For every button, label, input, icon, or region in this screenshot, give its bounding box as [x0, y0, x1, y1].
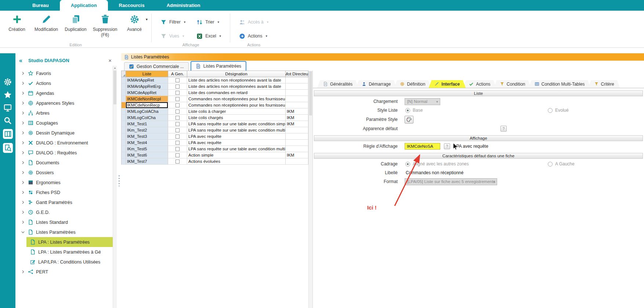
checkbox[interactable]: [176, 122, 180, 126]
column-header-designation[interactable]: Désignation: [187, 71, 286, 77]
tree-item[interactable]: Agendas: [15, 88, 117, 98]
checkbox[interactable]: [176, 103, 180, 107]
row-selector-cell[interactable]: [121, 77, 126, 83]
table-row[interactable]: IKM_Test1 LPA sans requête sur une table…: [121, 121, 308, 127]
tree-item[interactable]: Actions: [15, 78, 117, 88]
rail-module-icon[interactable]: [3, 129, 13, 139]
tree-item[interactable]: PERT: [15, 267, 117, 277]
tree-expand-icon[interactable]: [21, 130, 25, 135]
cell-mot-directeur[interactable]: [286, 146, 308, 152]
tree-expand-icon[interactable]: [21, 81, 25, 86]
cell-mot-directeur[interactable]: IKM: [286, 115, 308, 121]
cell-a-gen[interactable]: [168, 127, 187, 133]
tree-item[interactable]: LPA : Listes Paramétrées: [26, 237, 114, 247]
radio-icon[interactable]: [548, 108, 553, 113]
format-select[interactable]: [LPA/05] Liste sur fiche avec 5 enregist…: [405, 178, 497, 185]
rail-module-icon[interactable]: [3, 143, 13, 153]
cell-mot-directeur[interactable]: [286, 133, 308, 140]
cell-a-gen[interactable]: [168, 140, 187, 146]
cell-a-gen[interactable]: [168, 115, 187, 121]
table-row[interactable]: IKm_Test2 LPA sans requête sur une table…: [121, 127, 308, 133]
properties-tab[interactable]: Condition Multi-Tables: [529, 80, 591, 88]
properties-tab[interactable]: Critère: [588, 80, 620, 88]
checkbox[interactable]: [176, 91, 180, 95]
table-row[interactable]: IKMCdeNonRecpl Commandes non réceptionné…: [121, 96, 308, 102]
cadrage-radio-option[interactable]: Aligné avec les autres zones: [405, 161, 469, 166]
checkbox[interactable]: [176, 85, 180, 89]
ribbon-button[interactable]: Création: [2, 11, 32, 38]
cell-liste[interactable]: IKMArtAppRet: [126, 77, 168, 83]
cell-liste[interactable]: IKM_Test7: [126, 158, 168, 165]
tree-expand-icon[interactable]: [21, 71, 25, 76]
checkbox[interactable]: [176, 110, 180, 114]
cell-designation[interactable]: LPA avec requête: [187, 140, 286, 146]
properties-tab[interactable]: Condition: [494, 80, 531, 88]
tree-expand-icon[interactable]: [21, 91, 25, 96]
tree-item[interactable]: LPA : Listes Paramétrées à Gé: [15, 247, 117, 257]
table-scrollbar[interactable]: [308, 71, 312, 308]
cell-a-gen[interactable]: [168, 108, 187, 115]
column-header-liste[interactable]: Liste: [126, 71, 168, 77]
top-menu-tab[interactable]: Raccourcis: [108, 0, 156, 11]
radio-icon[interactable]: [405, 162, 410, 166]
row-selector-cell[interactable]: [121, 127, 126, 133]
cell-liste[interactable]: IKM_Test4: [126, 140, 168, 146]
cell-a-gen[interactable]: [168, 102, 187, 108]
tree-expand-icon[interactable]: [21, 269, 25, 274]
cell-liste[interactable]: IKM_Test3: [126, 133, 168, 140]
document-tab[interactable]: Gestion Commerciale ...: [124, 62, 189, 71]
cell-designation[interactable]: Liste des articles non réceptionnées ava…: [187, 77, 286, 83]
panel-splitter[interactable]: [117, 53, 121, 308]
table-row[interactable]: IKMCdeAppRet Liste des commandes en reta…: [121, 90, 308, 96]
tree-scrollbar-thumb[interactable]: [113, 71, 116, 104]
tree-expand-icon[interactable]: [21, 111, 25, 115]
close-panel-icon[interactable]: ×: [107, 57, 113, 64]
checkbox[interactable]: [176, 128, 180, 132]
ribbon-button[interactable]: Trier: [196, 19, 221, 25]
row-selector-cell[interactable]: [121, 140, 126, 146]
tree-expand-icon[interactable]: [21, 170, 25, 175]
table-scrollbar-thumb[interactable]: [309, 71, 312, 115]
rail-module-icon[interactable]: [3, 90, 12, 99]
radio-icon[interactable]: [405, 108, 410, 113]
ribbon-button[interactable]: Vues: [160, 33, 185, 39]
cell-designation[interactable]: Liste des commandes en retard: [187, 90, 286, 96]
ribbon-button[interactable]: Duplication: [61, 11, 90, 38]
cell-a-gen[interactable]: [168, 158, 187, 165]
tree-item[interactable]: Listes Standard: [15, 217, 117, 227]
cell-designation[interactable]: Actions évoluées: [187, 158, 286, 165]
tree-expand-icon[interactable]: [21, 150, 25, 155]
cell-a-gen[interactable]: [168, 77, 187, 83]
table-row[interactable]: IKMCdeNonRecp Commandes non réceptionnée…: [121, 102, 308, 108]
cell-liste[interactable]: IKM_Test6: [126, 152, 168, 158]
checkbox[interactable]: [176, 78, 180, 82]
row-selector-cell[interactable]: [121, 90, 126, 96]
cell-mot-directeur[interactable]: IKM: [286, 108, 308, 115]
ribbon-button[interactable]: Filtrer: [160, 19, 185, 25]
tree-expand-icon[interactable]: [21, 140, 25, 145]
cell-liste[interactable]: IKm_Test2: [126, 127, 168, 133]
tree-expand-icon[interactable]: [21, 200, 25, 205]
cell-mot-directeur[interactable]: [286, 140, 308, 146]
tree-scrollbar[interactable]: ▲: [113, 66, 117, 308]
top-menu-tab[interactable]: Bureau: [21, 0, 60, 11]
table-row[interactable]: IKm_Test5 LPA sans requête sur une table…: [121, 146, 308, 152]
ribbon-button[interactable]: Modification: [32, 11, 61, 38]
ribbon-button[interactable]: Avancé: [120, 11, 149, 38]
cell-designation[interactable]: Commandes non réceptionnées pour les fou…: [187, 102, 286, 108]
cell-liste[interactable]: IKm_Test5: [126, 146, 168, 152]
table-row[interactable]: IKMArtAppRet Liste des articles non réce…: [121, 77, 308, 83]
tree-expand-icon[interactable]: [21, 230, 25, 234]
chargement-select[interactable]: [N] Normal: [405, 98, 440, 105]
table-row[interactable]: IKMLogColACha Liste colis à charger IKM: [121, 108, 308, 115]
ribbon-button[interactable]: Suppression (F6): [90, 11, 120, 38]
table-row[interactable]: IKM_Test4 LPA avec requête: [121, 140, 308, 146]
column-header-a-gen[interactable]: A Gen.: [168, 71, 187, 77]
checkbox[interactable]: [176, 147, 180, 151]
ribbon-button[interactable]: Excel: [196, 33, 221, 39]
tree-expand-icon[interactable]: [21, 220, 25, 225]
tree-expand-icon[interactable]: [21, 160, 25, 165]
cell-liste[interactable]: IKM_Test1: [126, 121, 168, 127]
row-selector-cell[interactable]: [121, 158, 126, 165]
properties-tab[interactable]: Généralités: [317, 80, 358, 88]
